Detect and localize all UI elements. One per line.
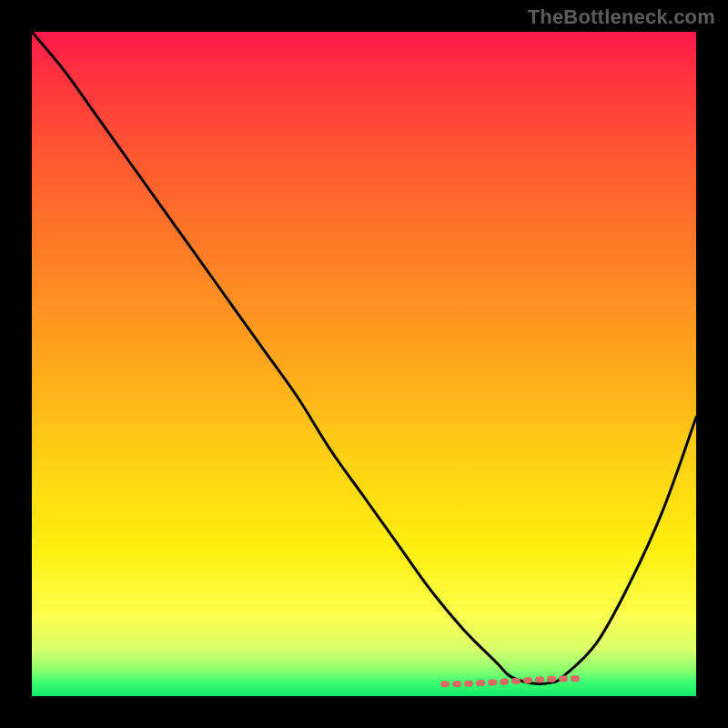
- chart-frame: TheBottleneck.com: [0, 0, 728, 728]
- watermark-text: TheBottleneck.com: [528, 5, 715, 29]
- plot-area: [32, 32, 696, 696]
- bottleneck-curve: [32, 32, 696, 696]
